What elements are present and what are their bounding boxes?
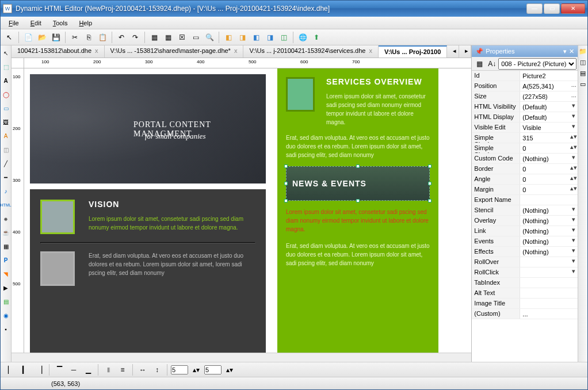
sidebar-panel[interactable]: SERVICES OVERVIEW Lorem ipsum dolor sit … (277, 68, 438, 353)
new-icon[interactable]: 📄 (22, 31, 35, 44)
property-row[interactable]: (Custom)... (472, 309, 578, 319)
property-row[interactable]: HTML Visibility(Default)▾ (472, 102, 578, 112)
dropdown-icon[interactable]: ▾ (570, 257, 578, 267)
dropdown-icon[interactable]: ▾ (570, 102, 578, 112)
dropdown-icon[interactable]: ▾ (570, 226, 578, 236)
sort-icon[interactable]: A↓ (486, 58, 498, 70)
paypal-tool-icon[interactable]: P (1, 255, 11, 265)
align-center-icon[interactable]: ▎ (18, 364, 31, 376)
dropdown-icon[interactable]: ▾ (563, 48, 567, 55)
layer-back-icon[interactable]: ◧ (250, 31, 262, 44)
property-value[interactable]: 0 (520, 143, 570, 153)
align-bottom-icon[interactable]: ▁ (82, 364, 94, 376)
property-row[interactable]: PositionA(525,341)... (472, 81, 578, 91)
property-value[interactable]: Picture2 (520, 71, 570, 81)
dropdown-icon[interactable]: ... (570, 81, 578, 91)
panel-styles-icon[interactable]: ▭ (580, 81, 586, 88)
property-value[interactable]: Visible (520, 123, 570, 132)
property-value[interactable] (520, 267, 570, 277)
close-icon[interactable]: x (234, 47, 238, 54)
list-tool-icon[interactable]: ▤ (1, 296, 11, 307)
layer-front-icon[interactable]: ◧ (222, 31, 235, 44)
dropdown-icon[interactable]: ▴▾ (570, 174, 578, 184)
vision-image[interactable] (40, 200, 75, 234)
property-row[interactable]: Export Name (472, 195, 578, 205)
paste-icon[interactable]: 📋 (96, 31, 109, 44)
property-value[interactable]: (Default) (520, 112, 570, 122)
tab-index[interactable]: V:\Us ... Proj-20100 (379, 45, 447, 58)
drag-tool-icon[interactable]: ⬚ (1, 62, 11, 72)
property-value[interactable]: 0 (520, 174, 570, 184)
news-image-selected[interactable]: NEWS & EVENTS (286, 166, 430, 201)
dropdown-icon[interactable]: ... (570, 91, 578, 101)
dropdown-icon[interactable]: ▾ (570, 123, 578, 132)
rss-tool-icon[interactable]: ◥ (1, 269, 11, 279)
text-tool-icon[interactable]: A (1, 75, 11, 86)
dropdown-icon[interactable]: ▴▾ (570, 133, 578, 143)
menu-edit[interactable]: Edit (26, 18, 46, 28)
panel-project-icon[interactable]: 📁 (579, 48, 587, 55)
dropdown-icon[interactable]: ▴▾ (570, 164, 578, 174)
hero-panel[interactable]: PORTAL CONTENT MANAGMENT for small compa… (30, 74, 266, 183)
property-value[interactable]: 315 (520, 133, 570, 143)
dropdown-icon[interactable]: ▾ (570, 205, 578, 215)
save-icon[interactable]: 💾 (49, 31, 62, 44)
tab-about[interactable]: 100421-153812\about.dhex (12, 45, 105, 58)
image-tool-icon[interactable]: 🖼 (1, 117, 11, 127)
align-right-icon[interactable]: ▕ (33, 364, 45, 376)
property-row[interactable]: Overlay(Nothing)▾ (472, 216, 578, 226)
dropdown-icon[interactable]: ▾ (570, 247, 578, 257)
spacing-y-input[interactable] (204, 365, 222, 374)
select-tool-icon[interactable]: ↖ (1, 48, 11, 58)
property-row[interactable]: Simple Shadow0▴▾ (472, 143, 578, 154)
property-value[interactable] (520, 195, 570, 205)
open-icon[interactable]: 📂 (36, 31, 48, 44)
anchor-tool-icon[interactable]: ⎈ (1, 213, 11, 224)
close-icon[interactable]: x (369, 47, 372, 54)
form-tool-icon[interactable]: ▭ (1, 103, 11, 113)
tab-scroll-right-icon[interactable]: ▸ (459, 45, 471, 58)
same-height-icon[interactable]: ↕ (151, 364, 163, 376)
dropdown-icon[interactable]: ▾ (570, 236, 578, 246)
dropdown-icon[interactable]: ▾ (570, 216, 578, 225)
property-value[interactable]: (Nothing) (520, 226, 570, 236)
layer-backward-icon[interactable]: ◨ (264, 31, 276, 44)
java-tool-icon[interactable]: ☕ (1, 227, 11, 238)
copy-icon[interactable]: ⎘ (82, 31, 95, 44)
align-top-icon[interactable]: ▔ (53, 364, 66, 376)
hr-tool-icon[interactable]: ━ (1, 172, 11, 182)
cut-icon[interactable]: ✂ (68, 31, 81, 44)
close-button[interactable]: ✕ (561, 3, 585, 14)
dropdown-icon[interactable]: ▾ (570, 154, 578, 163)
pointer-icon[interactable]: ↖ (3, 31, 16, 44)
db-tool-icon[interactable]: ◉ (1, 310, 11, 320)
group-icon[interactable]: ◫ (277, 31, 290, 44)
titlebar[interactable]: W Dynamic HTML Editor (NewProj-20100421-… (1, 1, 587, 17)
property-value[interactable]: A(525,341) (520, 81, 570, 91)
property-value[interactable]: (Nothing) (520, 216, 570, 225)
property-row[interactable]: HTML Display(Default)▾ (472, 112, 578, 123)
properties-title[interactable]: 📌 Properties ▾ ✕ (472, 45, 578, 57)
html-tool-icon[interactable]: HTML (1, 200, 11, 210)
dropdown-icon[interactable]: ▾ (570, 112, 578, 122)
panel-layers-icon[interactable]: ▤ (580, 70, 586, 77)
property-row[interactable]: RollClick▾ (472, 267, 578, 278)
menu-file[interactable]: File (4, 18, 24, 28)
spacing-x-input[interactable] (171, 365, 188, 374)
properties-grid[interactable]: IdPicture2PositionA(525,341)...Size(227x… (472, 71, 578, 362)
stepper-icon[interactable]: ▴▾ (190, 364, 203, 376)
dropdown-icon[interactable]: ▴▾ (570, 143, 578, 153)
property-row[interactable]: Link(Nothing)▾ (472, 226, 578, 236)
distribute-h-icon[interactable]: ⫴ (102, 364, 114, 376)
menu-tools[interactable]: Tools (48, 18, 72, 28)
dropdown-icon[interactable] (570, 278, 578, 288)
video-tool-icon[interactable]: ▶ (1, 282, 11, 293)
property-row[interactable]: Visible EditVisible▾ (472, 123, 578, 133)
tab-services[interactable]: V:\Us ... j-20100421-153924\services.dhe… (243, 45, 379, 58)
property-row[interactable]: Angle0▴▾ (472, 174, 578, 185)
tab-scroll-left-icon[interactable]: ◂ (447, 45, 459, 58)
property-row[interactable]: Simple Shadow315▴▾ (472, 133, 578, 143)
align-left-icon[interactable]: ▏ (4, 364, 17, 376)
globe-icon[interactable]: 🌐 (296, 31, 309, 44)
export-icon[interactable]: ⬆ (310, 31, 323, 44)
